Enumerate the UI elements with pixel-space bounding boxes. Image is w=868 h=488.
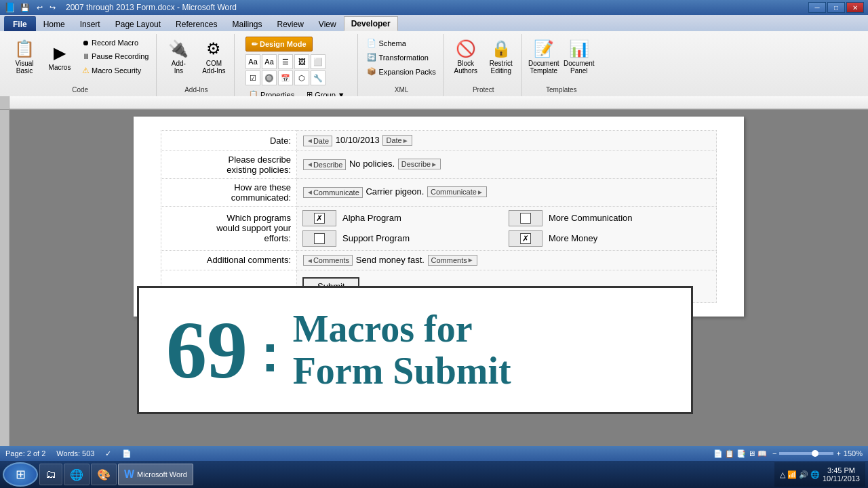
restrict-icon: 🔒 <box>491 39 511 58</box>
quick-redo[interactable]: ↪ <box>47 3 58 13</box>
quick-undo[interactable]: ↩ <box>35 3 45 13</box>
overlay-text: Macros for Form Submit <box>293 308 511 392</box>
start-button[interactable]: ⊞ <box>3 462 38 487</box>
zoom-out-icon[interactable]: − <box>772 449 776 458</box>
quick-save[interactable]: 💾 <box>18 3 32 13</box>
zoom-in-icon[interactable]: + <box>836 449 840 458</box>
support-program-label: Support Program <box>342 233 410 243</box>
overlay-line2: Form Submit <box>293 350 511 392</box>
word-taskbar-icon: W <box>124 468 134 481</box>
taskbar-explorer[interactable]: 🗂 <box>39 464 62 485</box>
more-comm-checkbox[interactable] <box>520 213 531 224</box>
ctrl-btn-10[interactable]: 🔧 <box>311 70 326 85</box>
tab-developer[interactable]: Developer <box>344 16 398 31</box>
group-templates: 📝 DocumentTemplate 📊 DocumentPanel Templ… <box>524 34 599 96</box>
document-template-button[interactable]: 📝 DocumentTemplate <box>528 37 560 77</box>
date-label: Date: <box>161 131 297 151</box>
communicate-tag-open: ◄ Communicate <box>303 187 363 198</box>
minimize-button[interactable]: ─ <box>808 2 826 13</box>
macros-button[interactable]: ▶ Macros <box>43 37 76 77</box>
support-checkbox[interactable] <box>314 233 325 244</box>
tab-page-layout[interactable]: Page Layout <box>108 16 168 31</box>
tab-file[interactable]: File <box>4 16 36 31</box>
tab-references[interactable]: References <box>168 16 224 31</box>
money-checkbox[interactable]: ✗ <box>520 233 531 244</box>
taskbar-ie[interactable]: 🌐 <box>64 464 90 485</box>
table-row: How are thesecommunicated: ◄ Communicate… <box>161 178 717 206</box>
policies-value: No policies. <box>349 159 395 169</box>
transformation-icon: 🔄 <box>367 53 376 62</box>
spell-check-icon: ✓ <box>105 449 111 458</box>
pause-recording-button[interactable]: ⏸ Pause Recording <box>79 50 152 62</box>
visual-basic-button[interactable]: 📋 VisualBasic <box>8 37 41 77</box>
ctrl-btn-7[interactable]: 🔘 <box>262 70 277 85</box>
status-bar: Page: 2 of 2 Words: 503 ✓ 📄 📄 📋 📑 🖥 📖 − … <box>0 446 868 461</box>
comments-label: Additional comments: <box>161 250 297 270</box>
tab-home[interactable]: Home <box>36 16 73 31</box>
list-item[interactable]: ✗ More Money <box>509 230 711 247</box>
visual-basic-label: VisualBasic <box>15 60 33 75</box>
communicate-field[interactable]: ◄ Communicate Carrier pigeon. Communicat… <box>297 178 717 206</box>
ruler-top <box>9 96 868 110</box>
ctrl-btn-8[interactable]: 📅 <box>278 70 293 85</box>
group-protect: 🚫 BlockAuthors 🔒 RestrictEditing Protect <box>446 34 522 96</box>
maximize-button[interactable]: □ <box>827 2 845 13</box>
title-text: 2007 through 2013 Form.docx - Microsoft … <box>66 3 237 12</box>
ctrl-btn-2[interactable]: Aa <box>262 54 277 69</box>
pause-recording-label: Pause Recording <box>92 52 149 60</box>
zoom-thumb <box>812 450 818 457</box>
zoom-slider[interactable] <box>779 452 833 455</box>
macro-security-button[interactable]: ⚠ Macro Security <box>79 64 152 77</box>
document-panel-label: DocumentPanel <box>564 60 595 75</box>
controls-toolbar: Aa Aa ☰ 🖼 ⬜ ☑ 🔘 📅 ⬡ 🔧 <box>245 54 326 85</box>
alpha-program-label: Alpha Program <box>342 213 401 223</box>
ruler <box>0 96 868 110</box>
tab-insert[interactable]: Insert <box>73 16 108 31</box>
doc-content[interactable]: Date: ◄ Date 10/10/2013 Date ► <box>9 110 868 446</box>
block-authors-icon: 🚫 <box>456 39 476 58</box>
alpha-checkbox[interactable]: ✗ <box>314 213 325 224</box>
design-mode-button[interactable]: ✏ Design Mode <box>245 37 312 52</box>
policies-field[interactable]: ◄ Describe No policies. Describe ► <box>297 150 717 178</box>
ctrl-btn-5[interactable]: ⬜ <box>311 54 326 69</box>
date-tag-close: Date ► <box>382 135 412 146</box>
schema-button[interactable]: 📄 Schema <box>363 37 409 49</box>
photoshop-icon: 🎨 <box>97 468 111 481</box>
document-panel-button[interactable]: 📊 DocumentPanel <box>563 37 595 77</box>
zoom-control[interactable]: − + 150% <box>772 449 863 458</box>
tab-review[interactable]: Review <box>269 16 311 31</box>
comments-field[interactable]: ◄ Comments Send money fast. Comments ► <box>297 250 717 270</box>
tab-view[interactable]: View <box>311 16 344 31</box>
group-controls: ✏ Design Mode Aa Aa ☰ 🖼 ⬜ ☑ 🔘 📅 <box>236 34 358 96</box>
expansion-packs-button[interactable]: 📦 Expansion Packs <box>363 65 439 78</box>
add-ins-button[interactable]: 🔌 Add-Ins <box>162 37 195 77</box>
list-item[interactable]: Support Program <box>302 230 505 247</box>
taskbar-word[interactable]: W Microsoft Word <box>118 464 193 485</box>
ctrl-btn-9[interactable]: ⬡ <box>294 70 309 85</box>
com-add-ins-button[interactable]: ⚙ COMAdd-Ins <box>197 37 230 77</box>
templates-group-label: Templates <box>546 85 577 95</box>
table-row: Please describeexisting policies: ◄ Desc… <box>161 150 717 178</box>
macros-icon: ▶ <box>54 43 66 62</box>
status-left: Page: 2 of 2 Words: 503 ✓ 📄 <box>5 449 132 458</box>
ctrl-btn-1[interactable]: Aa <box>245 54 260 69</box>
protect-group-content: 🚫 BlockAuthors 🔒 RestrictEditing <box>450 35 517 85</box>
restrict-editing-button[interactable]: 🔒 RestrictEditing <box>485 37 517 77</box>
taskbar-photoshop[interactable]: 🎨 <box>91 464 117 485</box>
date-field[interactable]: ◄ Date 10/10/2013 Date ► <box>297 131 717 151</box>
design-mode-label: Design Mode <box>260 40 306 48</box>
system-tray: △ 📶 🔊 🌐 3:45 PM 10/11/2013 <box>774 462 865 487</box>
ruler-side <box>0 96 9 110</box>
list-item[interactable]: ✗ Alpha Program <box>302 210 505 226</box>
ctrl-btn-4[interactable]: 🖼 <box>294 54 309 69</box>
table-row: Date: ◄ Date 10/10/2013 Date ► <box>161 131 717 151</box>
tab-mailings[interactable]: Mailings <box>224 16 269 31</box>
close-button[interactable]: ✕ <box>846 2 864 13</box>
ctrl-btn-6[interactable]: ☑ <box>245 70 260 85</box>
transformation-button[interactable]: 🔄 Transformation <box>363 51 432 64</box>
ctrl-btn-3[interactable]: ☰ <box>278 54 293 69</box>
block-authors-button[interactable]: 🚫 BlockAuthors <box>450 37 482 77</box>
record-macro-button[interactable]: ⏺ Record Macro <box>79 37 152 49</box>
list-item[interactable]: More Communication <box>509 210 711 226</box>
addins-label: Add-Ins <box>172 60 186 75</box>
